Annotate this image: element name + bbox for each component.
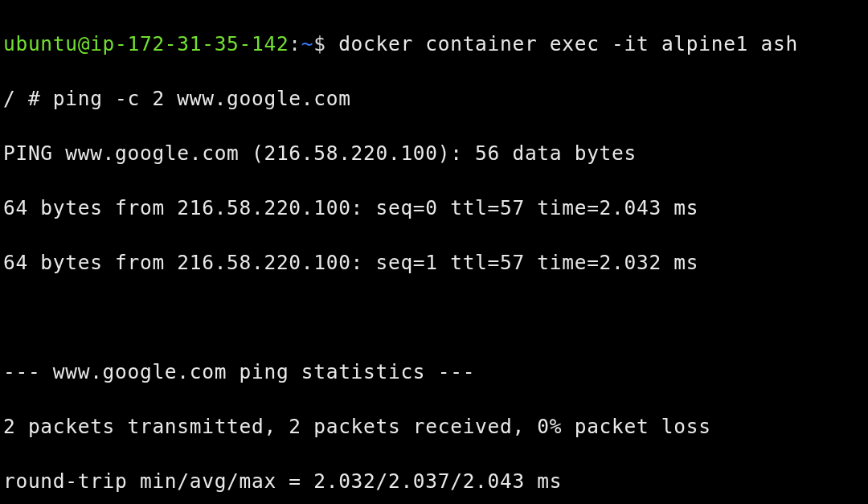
blank-line xyxy=(3,304,865,331)
prompt-line-1[interactable]: ubuntu@ip-172-31-35-142:~$ docker contai… xyxy=(3,31,865,58)
container-prompt: / # xyxy=(3,87,53,110)
ping1-header: PING www.google.com (216.58.220.100): 56… xyxy=(3,140,865,167)
ping1-stats-packets: 2 packets transmitted, 2 packets receive… xyxy=(3,413,865,440)
command-ping-google: ping -c 2 www.google.com xyxy=(53,87,351,110)
prompt-path: ~ xyxy=(301,32,313,55)
terminal[interactable]: ubuntu@ip-172-31-35-142:~$ docker contai… xyxy=(0,0,868,504)
prompt-separator: : xyxy=(289,32,301,55)
prompt-sigil: $ xyxy=(313,32,338,55)
ping1-stats-rtt: round-trip min/avg/max = 2.032/2.037/2.0… xyxy=(3,468,865,495)
ping1-reply-1: 64 bytes from 216.58.220.100: seq=1 ttl=… xyxy=(3,249,865,277)
ping1-command-line[interactable]: / # ping -c 2 www.google.com xyxy=(3,85,865,113)
command-docker-exec: docker container exec -it alpine1 ash xyxy=(338,32,798,55)
ping1-reply-0: 64 bytes from 216.58.220.100: seq=0 ttl=… xyxy=(3,195,865,222)
ping1-stats-header: --- www.google.com ping statistics --- xyxy=(3,359,865,386)
prompt-host: ubuntu@ip-172-31-35-142 xyxy=(3,32,289,55)
